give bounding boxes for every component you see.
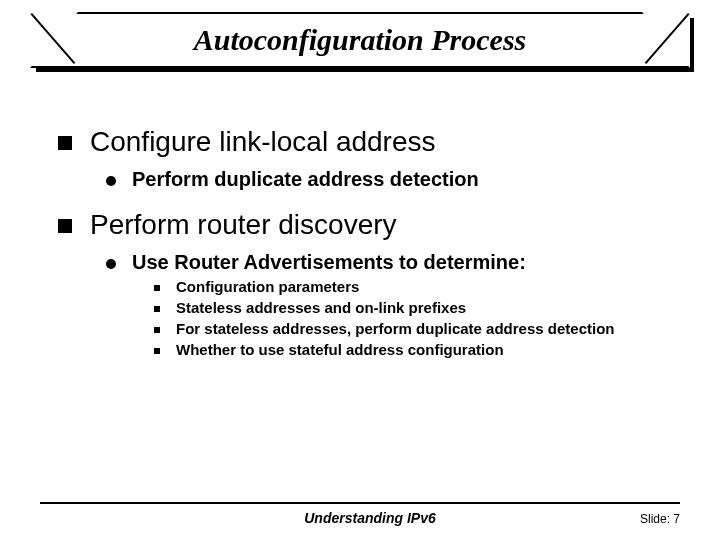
bullet-level2: Use Router Advertisements to determine: [106, 251, 682, 274]
title-trapezoid-right [642, 12, 690, 68]
slide-title: Autoconfiguration Process [194, 23, 527, 57]
small-square-bullet-icon [154, 348, 160, 354]
bullet-level1: Perform router discovery [58, 209, 682, 241]
disc-bullet-icon [106, 259, 116, 269]
small-square-bullet-icon [154, 306, 160, 312]
bullet-level1: Configure link-local address [58, 126, 682, 158]
footer-book-title: Understanding IPv6 [100, 510, 640, 526]
square-bullet-icon [58, 136, 72, 150]
bullet-level3: For stateless addresses, perform duplica… [154, 320, 682, 337]
slide-footer: Understanding IPv6 Slide: 7 [40, 502, 680, 526]
title-trapezoid-left [30, 12, 78, 68]
disc-bullet-icon [106, 176, 116, 186]
footer-row: Understanding IPv6 Slide: 7 [40, 510, 680, 526]
bullet-text: Use Router Advertisements to determine: [132, 251, 526, 274]
small-square-bullet-icon [154, 285, 160, 291]
bullet-text: Configuration parameters [176, 278, 359, 295]
square-bullet-icon [58, 219, 72, 233]
bullet-level3: Whether to use stateful address configur… [154, 341, 682, 358]
title-box: Autoconfiguration Process [30, 12, 690, 68]
bullet-text: Whether to use stateful address configur… [176, 341, 504, 358]
bullet-level2: Perform duplicate address detection [106, 168, 682, 191]
bullet-text: Perform duplicate address detection [132, 168, 479, 191]
title-banner: Autoconfiguration Process [30, 12, 690, 68]
bullet-text: For stateless addresses, perform duplica… [176, 320, 615, 337]
bullet-text: Configure link-local address [90, 126, 436, 158]
bullet-text: Stateless addresses and on-link prefixes [176, 299, 466, 316]
bullet-text: Perform router discovery [90, 209, 397, 241]
footer-divider [40, 502, 680, 504]
slide-content: Configure link-local address Perform dup… [0, 68, 720, 358]
bullet-level3: Stateless addresses and on-link prefixes [154, 299, 682, 316]
small-square-bullet-icon [154, 327, 160, 333]
bullet-level3: Configuration parameters [154, 278, 682, 295]
footer-slide-number: Slide: 7 [640, 512, 680, 526]
